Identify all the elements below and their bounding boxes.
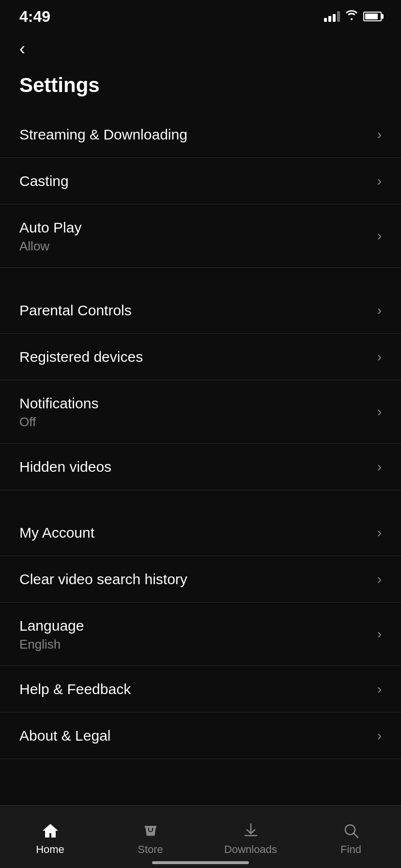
settings-item-about-legal[interactable]: About & Legal ›	[0, 713, 401, 759]
settings-item-notifications[interactable]: Notifications Off ›	[0, 380, 401, 444]
chevron-right-icon: ›	[377, 303, 382, 318]
home-icon	[41, 821, 60, 840]
chevron-right-icon: ›	[377, 626, 382, 642]
settings-item-title: Parental Controls	[19, 301, 368, 320]
chevron-right-icon: ›	[377, 728, 382, 744]
settings-item-my-account[interactable]: My Account ›	[0, 510, 401, 556]
chevron-right-icon: ›	[377, 682, 382, 697]
back-arrow-icon: ‹	[19, 39, 25, 59]
settings-item-title: About & Legal	[19, 726, 368, 745]
settings-item-clear-video-search-history[interactable]: Clear video search history ›	[0, 556, 401, 603]
battery-icon	[363, 12, 382, 21]
page-title: Settings	[0, 64, 401, 111]
tab-home-label: Home	[36, 843, 64, 856]
svg-line-3	[354, 833, 358, 837]
chevron-right-icon: ›	[377, 173, 382, 189]
settings-item-subtitle: Allow	[19, 239, 368, 254]
chevron-right-icon: ›	[377, 127, 382, 142]
downloads-icon	[241, 821, 261, 840]
settings-item-auto-play[interactable]: Auto Play Allow ›	[0, 204, 401, 268]
tab-downloads-label: Downloads	[224, 843, 277, 856]
tab-find[interactable]: Find	[301, 821, 401, 856]
tab-home[interactable]: Home	[0, 821, 100, 856]
chevron-right-icon: ›	[377, 228, 382, 244]
settings-section-3: My Account › Clear video search history …	[0, 510, 401, 759]
settings-item-title: Casting	[19, 171, 368, 190]
section-gap-2	[0, 490, 401, 510]
settings-item-title: Auto Play	[19, 218, 368, 237]
settings-item-title: Notifications	[19, 394, 368, 413]
find-icon	[341, 821, 361, 840]
settings-item-title: My Account	[19, 523, 368, 542]
section-gap-1	[0, 268, 401, 287]
settings-item-registered-devices[interactable]: Registered devices ›	[0, 334, 401, 380]
status-bar: 4:49	[0, 0, 401, 29]
settings-item-title: Streaming & Downloading	[19, 125, 368, 144]
wifi-icon	[345, 10, 358, 23]
settings-item-hidden-videos[interactable]: Hidden videos ›	[0, 444, 401, 490]
settings-item-casting[interactable]: Casting ›	[0, 158, 401, 204]
settings-item-subtitle: English	[19, 637, 368, 652]
tab-find-label: Find	[340, 843, 361, 856]
settings-item-language[interactable]: Language English ›	[0, 603, 401, 666]
settings-item-help-feedback[interactable]: Help & Feedback ›	[0, 666, 401, 713]
home-indicator	[152, 861, 249, 864]
settings-item-title: Registered devices	[19, 347, 368, 366]
status-icons	[324, 10, 382, 23]
chevron-right-icon: ›	[377, 459, 382, 475]
status-time: 4:49	[19, 8, 50, 26]
store-icon	[141, 821, 160, 840]
svg-rect-1	[145, 826, 156, 828]
chevron-right-icon: ›	[377, 572, 382, 587]
signal-icon	[324, 11, 340, 22]
settings-section-1: Streaming & Downloading › Casting › Auto…	[0, 111, 401, 268]
settings-item-title: Hidden videos	[19, 457, 368, 476]
settings-item-parental-controls[interactable]: Parental Controls ›	[0, 287, 401, 334]
tab-store-label: Store	[138, 843, 163, 856]
settings-item-title: Clear video search history	[19, 570, 368, 589]
settings-item-streaming-downloading[interactable]: Streaming & Downloading ›	[0, 111, 401, 158]
chevron-right-icon: ›	[377, 525, 382, 541]
chevron-right-icon: ›	[377, 349, 382, 365]
tab-bar: Home Store Downloads Find	[0, 805, 401, 868]
settings-item-title: Language	[19, 616, 368, 635]
tab-downloads[interactable]: Downloads	[200, 821, 301, 856]
settings-item-title: Help & Feedback	[19, 680, 368, 698]
settings-section-2: Parental Controls › Registered devices ›…	[0, 287, 401, 490]
settings-item-subtitle: Off	[19, 415, 368, 430]
chevron-right-icon: ›	[377, 404, 382, 419]
tab-store[interactable]: Store	[100, 821, 200, 856]
back-button[interactable]: ‹	[0, 29, 401, 64]
